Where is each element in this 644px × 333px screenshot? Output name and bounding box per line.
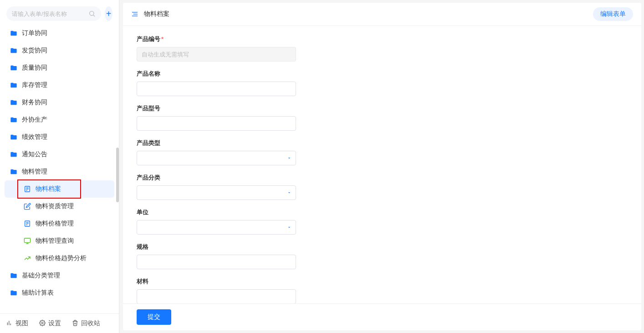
nav-item-label: 外协生产 — [22, 116, 47, 124]
nav-item-14[interactable]: 基础分类管理 — [5, 267, 114, 284]
nav-item-label: 质量协同 — [22, 64, 47, 72]
nav-item-0[interactable]: 订单协同 — [5, 25, 114, 42]
footer-trash[interactable]: 回收站 — [72, 319, 100, 328]
nav-item-label: 通知公告 — [22, 150, 47, 159]
nav-item-11[interactable]: 物料价格管理 — [5, 215, 114, 232]
field-label: 材料 — [137, 277, 628, 286]
form-field-5: 单位 — [137, 208, 628, 235]
footer-view-label: 视图 — [15, 319, 28, 328]
text-input[interactable] — [137, 82, 296, 96]
nav-item-label: 订单协同 — [22, 29, 47, 37]
header-left: 物料档案 — [131, 10, 169, 18]
nav-item-5[interactable]: 外协生产 — [5, 111, 114, 128]
folder-icon — [10, 82, 17, 89]
nav-item-13[interactable]: 物料价格趋势分析 — [5, 250, 114, 267]
submit-button[interactable]: 提交 — [137, 309, 171, 325]
field-label: 产品型号 — [137, 104, 628, 113]
sidebar-header: + — [0, 0, 119, 25]
form-icon — [24, 185, 31, 193]
sidebar: + 订单协同发货协同质量协同库存管理财务协同外协生产绩效管理通知公告物料管理物料… — [0, 0, 119, 333]
select-wrapper[interactable] — [137, 185, 296, 200]
nav-item-10[interactable]: 物料资质管理 — [5, 198, 114, 215]
field-label: 规格 — [137, 243, 628, 251]
form-field-7: 材料 — [137, 277, 628, 303]
main-content: 物料档案 编辑表单 产品编号*产品名称产品型号产品类型产品分类单位规格材料 提交 — [123, 3, 641, 330]
nav-item-4[interactable]: 财务协同 — [5, 94, 114, 111]
main-header: 物料档案 编辑表单 — [123, 3, 641, 26]
folder-icon — [10, 168, 17, 175]
folder-icon — [10, 30, 17, 37]
footer-trash-label: 回收站 — [81, 319, 100, 328]
nav-item-2[interactable]: 质量协同 — [5, 59, 114, 77]
select-input[interactable] — [137, 185, 296, 200]
nav-item-15[interactable]: 辅助计算表 — [5, 284, 114, 302]
text-input[interactable] — [137, 289, 296, 303]
nav-item-label: 财务协同 — [22, 98, 47, 107]
svg-point-16 — [41, 322, 43, 324]
folder-icon — [10, 99, 17, 106]
field-label: 产品分类 — [137, 174, 628, 182]
select-input[interactable] — [137, 220, 296, 235]
nav-item-label: 发货协同 — [22, 46, 47, 55]
nav-item-6[interactable]: 绩效管理 — [5, 128, 114, 146]
text-input[interactable] — [137, 116, 296, 131]
nav-item-label: 绩效管理 — [22, 133, 47, 141]
chart-icon — [24, 255, 31, 262]
gear-icon — [39, 320, 46, 328]
required-mark: * — [161, 36, 164, 42]
text-input — [137, 47, 296, 61]
folder-icon — [10, 116, 17, 123]
folder-icon — [10, 64, 17, 72]
form-field-2: 产品型号 — [137, 104, 628, 131]
nav-item-label: 库存管理 — [22, 81, 47, 89]
form-field-0: 产品编号* — [137, 35, 628, 61]
search-box[interactable] — [6, 6, 101, 21]
nav-item-label: 物料管理 — [22, 168, 47, 176]
monitor-icon — [24, 237, 31, 245]
footer-settings-label: 设置 — [48, 319, 61, 328]
folder-icon — [10, 133, 17, 141]
collapse-icon[interactable] — [131, 10, 138, 18]
search-icon — [88, 10, 96, 17]
svg-point-0 — [90, 11, 94, 15]
nav-list: 订单协同发货协同质量协同库存管理财务协同外协生产绩效管理通知公告物料管理物料档案… — [0, 25, 119, 313]
form-body: 产品编号*产品名称产品型号产品类型产品分类单位规格材料 — [123, 26, 641, 303]
footer-view[interactable]: 视图 — [6, 319, 28, 328]
field-label: 产品名称 — [137, 70, 628, 78]
edit-form-button[interactable]: 编辑表单 — [593, 7, 633, 21]
svg-rect-10 — [24, 238, 30, 242]
trash-icon — [72, 320, 78, 328]
field-label: 单位 — [137, 208, 628, 216]
chart-bar-icon — [6, 320, 13, 328]
sidebar-footer: 视图 设置 回收站 — [0, 313, 119, 333]
nav-item-label: 物料资质管理 — [36, 202, 74, 210]
form-field-6: 规格 — [137, 243, 628, 269]
nav-item-1[interactable]: 发货协同 — [5, 42, 114, 59]
add-button[interactable]: + — [105, 6, 112, 21]
footer-settings[interactable]: 设置 — [39, 319, 61, 328]
form-field-3: 产品类型 — [137, 139, 628, 165]
text-input[interactable] — [137, 255, 296, 269]
nav-item-label: 物料价格趋势分析 — [36, 254, 87, 262]
scrollbar-thumb[interactable] — [116, 148, 119, 202]
nav-item-label: 基础分类管理 — [22, 272, 60, 280]
select-wrapper[interactable] — [137, 220, 296, 235]
nav-item-8[interactable]: 物料管理 — [5, 163, 114, 180]
search-input[interactable] — [12, 10, 88, 17]
select-input[interactable] — [137, 151, 296, 165]
field-label: 产品编号* — [137, 35, 628, 43]
nav-item-12[interactable]: 物料管理查询 — [5, 232, 114, 250]
field-label: 产品类型 — [137, 139, 628, 147]
folder-icon — [10, 151, 17, 158]
nav-item-3[interactable]: 库存管理 — [5, 77, 114, 94]
select-wrapper[interactable] — [137, 151, 296, 165]
nav-item-label: 辅助计算表 — [22, 289, 54, 297]
folder-icon — [10, 289, 17, 297]
nav-item-label: 物料管理查询 — [36, 237, 74, 245]
svg-line-1 — [93, 15, 95, 16]
nav-item-9[interactable]: 物料档案 — [5, 180, 114, 198]
nav-item-7[interactable]: 通知公告 — [5, 146, 114, 163]
plus-icon: + — [106, 9, 112, 19]
folder-icon — [10, 47, 17, 54]
nav-item-label: 物料档案 — [36, 185, 61, 193]
